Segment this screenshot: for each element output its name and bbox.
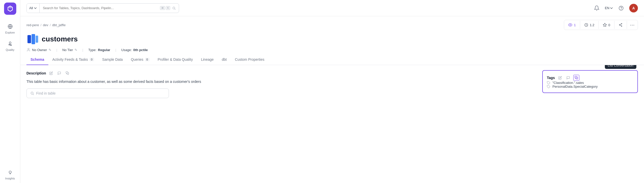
meta-row: No Owner ✎ | No Tier ✎ | Type: Regular |… xyxy=(20,45,644,54)
description-conversation-button[interactable] xyxy=(64,70,70,76)
header-actions: EN A xyxy=(593,4,638,12)
tags-header: Tags xyxy=(547,75,633,81)
description-request-button[interactable] xyxy=(56,70,62,76)
language-selector[interactable]: EN xyxy=(605,6,613,10)
app-logo[interactable] xyxy=(4,3,16,15)
svg-line-11 xyxy=(175,9,175,9)
tier-meta: No Tier ✎ xyxy=(62,48,77,52)
svg-point-6 xyxy=(10,45,11,46)
chat-icon xyxy=(66,71,69,75)
tab-queries[interactable]: Queries 0 xyxy=(127,54,154,65)
search-kbd-hint: ⌘ K xyxy=(160,6,170,10)
breadcrumb-part-2[interactable]: dbt_jaffle xyxy=(52,23,66,27)
explore-icon xyxy=(7,23,14,30)
tags-panel: List Conversation Tags xyxy=(542,70,638,93)
tab-profiler[interactable]: Profiler & Data Quality xyxy=(154,54,197,65)
sidebar-item-insights[interactable]: Insights xyxy=(0,166,20,183)
tab-dbt[interactable]: dbt xyxy=(218,54,231,65)
activity-badge: 0 xyxy=(90,58,94,61)
star-icon xyxy=(603,23,607,27)
pencil-icon-tags xyxy=(558,76,562,80)
search-icon xyxy=(172,6,176,10)
version-stat[interactable]: 1.2 xyxy=(580,21,599,29)
user-icon xyxy=(26,48,31,52)
search-table-icon xyxy=(30,91,34,95)
search-input-area: ⌘ K xyxy=(40,4,179,13)
svg-rect-22 xyxy=(27,35,31,43)
description-header: Description xyxy=(26,70,536,76)
page-title: customers xyxy=(42,35,78,43)
pencil-icon xyxy=(49,71,53,75)
search-input[interactable] xyxy=(43,6,158,10)
svg-rect-23 xyxy=(32,34,35,44)
top-header: All ⌘ K xyxy=(20,0,644,16)
owner-edit-button[interactable]: ✎ xyxy=(49,48,51,52)
tags-conversation-button[interactable] xyxy=(573,75,579,81)
description-edit-button[interactable] xyxy=(48,70,54,76)
watches-stat[interactable]: 1 xyxy=(564,21,580,29)
breadcrumb-part-1[interactable]: dev xyxy=(43,23,48,27)
svg-point-3 xyxy=(9,42,11,44)
svg-point-7 xyxy=(9,171,11,173)
share-stat[interactable] xyxy=(614,21,627,29)
search-container: All ⌘ K xyxy=(26,3,179,13)
tab-schema[interactable]: Schema xyxy=(26,54,48,65)
lang-chevron-icon xyxy=(610,7,613,10)
help-button[interactable] xyxy=(617,4,625,12)
svg-point-14 xyxy=(570,24,571,25)
tag-item-0: "Classification.".sales xyxy=(547,81,633,85)
svg-line-20 xyxy=(620,24,621,25)
svg-point-26 xyxy=(31,92,33,94)
eye-icon xyxy=(568,23,572,27)
svg-point-10 xyxy=(173,7,175,9)
message-icon xyxy=(57,71,61,75)
entity-type-icon xyxy=(26,33,39,45)
user-avatar[interactable]: A xyxy=(629,4,638,12)
tab-activity[interactable]: Activity Feeds & Tasks 0 xyxy=(48,54,98,65)
tags-request-button[interactable] xyxy=(565,75,571,81)
tab-content: Description xyxy=(20,65,542,183)
more-options-button[interactable]: ⋯ xyxy=(627,20,638,30)
svg-line-21 xyxy=(620,25,621,26)
tag-item-1: PersonalData.SpecialCategory xyxy=(547,85,633,88)
message-tags-icon xyxy=(566,76,570,80)
tag-icon-0 xyxy=(547,81,550,85)
usage-meta: Usage: 0th pctile xyxy=(121,48,148,52)
description-section: Description xyxy=(26,70,536,84)
find-in-table-input[interactable] xyxy=(36,91,165,95)
svg-point-12 xyxy=(619,6,623,10)
insights-icon xyxy=(7,169,14,176)
entity-header: customers xyxy=(20,30,644,45)
stars-stat[interactable]: 0 xyxy=(599,21,614,29)
tier-edit-button[interactable]: ✎ xyxy=(75,48,77,52)
svg-line-27 xyxy=(33,94,34,95)
tab-custom[interactable]: Custom Properties xyxy=(231,54,269,65)
svg-point-5 xyxy=(9,44,10,45)
svg-point-25 xyxy=(28,48,29,50)
queries-badge: 0 xyxy=(145,58,150,61)
svg-point-17 xyxy=(621,23,622,24)
page-content: red-pere / dev / dbt_jaffle 1 xyxy=(20,16,644,183)
sidebar-item-quality[interactable]: Quality xyxy=(0,37,20,54)
description-text: This table has basic information about a… xyxy=(26,79,536,84)
svg-rect-24 xyxy=(36,36,38,43)
share-icon xyxy=(619,23,623,27)
owner-meta: No Owner ✎ xyxy=(26,48,51,52)
main-content: All ⌘ K xyxy=(20,0,644,183)
tab-sample[interactable]: Sample Data xyxy=(98,54,127,65)
svg-point-19 xyxy=(621,26,622,26)
notifications-button[interactable] xyxy=(593,4,601,12)
search-filter-dropdown[interactable]: All xyxy=(27,4,40,13)
clock-icon xyxy=(584,23,588,27)
svg-marker-16 xyxy=(603,23,606,26)
quality-icon xyxy=(7,40,14,47)
entity-stats: 1 1.2 0 xyxy=(564,20,638,30)
tab-lineage[interactable]: Lineage xyxy=(197,54,218,65)
type-meta: Type: Regular xyxy=(88,48,110,52)
tags-edit-button[interactable] xyxy=(557,75,563,81)
breadcrumb-part-0[interactable]: red-pere xyxy=(26,23,39,27)
chevron-down-icon xyxy=(34,7,37,10)
tooltip-list-conversation: List Conversation xyxy=(605,65,636,69)
sidebar-item-explore[interactable]: Explore xyxy=(0,20,20,37)
chat-tags-icon xyxy=(575,76,578,80)
